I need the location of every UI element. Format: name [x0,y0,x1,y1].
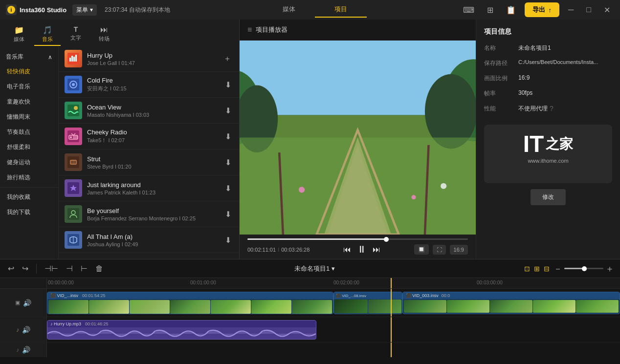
sidebar-item-downloads[interactable]: 我的下载 [0,205,58,220]
svg-rect-3 [69,58,71,62]
sidebar-item-tongqu[interactable]: 童趣欢快 [0,94,58,109]
tab-music-lib[interactable]: 🎵 音乐 [34,23,61,46]
tab-text-lib[interactable]: T 文字 [63,23,89,46]
timeline-mode-2-button[interactable]: ⊞ [534,265,540,273]
tab-transition-lib[interactable]: ⏭ 转场 [91,23,117,46]
sidebar-item-jiezou[interactable]: 节奏鼓点 [0,125,58,140]
volume-icon-video[interactable]: 🔊 [23,299,31,307]
delete-button[interactable]: 🗑 [93,262,105,275]
music-item-2[interactable]: Cold Fire 安田寿之 I 02:15 ⬇ [59,72,239,98]
download-music-7-button[interactable]: ⬇ [223,208,233,221]
main-tabs: 媒体 项目 [176,2,453,18]
music-item-8[interactable]: All That I Am (a) Joshua Ayling I 02:49 … [59,227,239,253]
zoom-slider[interactable] [564,268,603,269]
video-clip-2[interactable]: ⬛ VID_...08.insv [333,292,402,314]
player-menu-icon: ≡ [247,25,252,34]
music-info-2: Cold Fire 安田寿之 I 02:15 [87,77,218,92]
audio-waveform [47,327,316,339]
zoom-out-button[interactable]: － [554,263,562,275]
keyboard-icon-btn[interactable]: ⌨ [459,3,478,17]
zoom-fill [564,268,584,269]
music-item-1[interactable]: Hurry Up Jose Le Gall I 01:47 ＋ [59,46,239,72]
ruler-track: 00:00:00:00 00:01:00:00 00:02:00:00 00:0… [47,278,620,288]
undo-button[interactable]: ↩ [6,262,16,275]
music-name-2: Cold Fire [87,77,218,84]
clip-1-thumbnails [47,299,333,315]
audio-clip-header: ♪ Hurry Up.mp3 00:01:46:25 [47,321,316,327]
app-name: Insta360 Studio [20,6,66,14]
sidebar-item-favorites[interactable]: 我的收藏 [0,190,58,205]
music-item-4[interactable]: Cheeky Radio Take5！ I 02:07 ⬇ [59,124,239,150]
project-name-button[interactable]: 未命名项目1 ▾ [294,264,335,273]
video-clip-3[interactable]: ⬛ VID_003.insv 00:0 [402,292,620,314]
info-label-perf: 性能 [484,105,518,113]
ruler-mark-2: 00:02:00:00 [333,280,359,285]
minimize-button[interactable]: ─ [564,3,577,16]
download-music-3-button[interactable]: ⬇ [223,104,233,117]
sidebar-item-dianzi[interactable]: 电子音乐 [0,79,58,94]
menu-button[interactable]: 菜单 ▾ [72,4,97,16]
add-music-1-button[interactable]: ＋ [221,52,233,66]
music-item-5[interactable]: Strut Steve Byrd I 01:20 ⬇ [59,150,239,175]
music-item-3[interactable]: Ocean View Masato Nishiyama I 03:03 ⬇ [59,98,239,124]
volume-icon-empty[interactable]: 🔊 [22,346,30,354]
download-music-5-button[interactable]: ⬇ [223,156,233,169]
timeline-area: ↩ ↪ ⊣⊢ ⊣ ⊢ 🗑 未命名项目1 ▾ ⊡ ⊞ ⊟ － ＋ [0,259,620,364]
clipboard-icon-btn[interactable]: 📋 [502,3,520,17]
svg-rect-4 [71,56,73,62]
app-logo: i Insta360 Studio [6,4,66,15]
music-item-6[interactable]: Just larking around James Patrick Kaleth… [59,175,239,201]
sidebar-item-lvxing[interactable]: 旅行精选 [0,170,58,185]
volume-icon-audio[interactable]: 🔊 [22,326,30,334]
download-music-4-button[interactable]: ⬇ [223,130,233,143]
info-row-perf: 性能 不使用代理 ? [484,105,612,113]
tab-media-lib[interactable]: 📁 媒体 [6,23,32,46]
info-label-fps: 帧率 [484,89,518,98]
svg-point-11 [74,106,78,110]
progress-bar[interactable] [247,238,468,240]
layout-icon-btn[interactable]: ⊞ [483,3,497,17]
sidebar-item-lanlan[interactable]: 慵懒周末 [0,109,58,125]
aspect-ratio-button[interactable]: 16:9 [450,245,468,255]
empty-track-label: ♪ 🔊 [0,343,47,357]
tab-media[interactable]: 媒体 [263,2,315,18]
svg-point-9 [72,83,75,86]
sidebar-item-qingkuai[interactable]: 轻快俏皮 [0,64,58,79]
help-icon[interactable]: ? [550,105,554,112]
redo-button[interactable]: ↪ [20,262,30,275]
download-music-6-button[interactable]: ⬇ [223,182,233,195]
download-music-2-button[interactable]: ⬇ [223,78,233,91]
video-clip-1[interactable]: ⬛ VID_...insv 00:01:54:25 [47,292,333,314]
modify-button[interactable]: 修改 [531,189,566,205]
tab-project[interactable]: 项目 [315,2,367,18]
autosave-status: 23:07:34 自动保存到本地 [105,6,170,14]
next-frame-button[interactable]: ⏭ [373,245,380,254]
sidebar-item-jianshen[interactable]: 健身运动 [0,155,58,170]
preview-mode-button[interactable]: 🔲 [414,244,429,255]
pause-button[interactable]: ⏸ [357,244,367,255]
titlebar: i Insta360 Studio 菜单 ▾ 23:07:34 自动保存到本地 … [0,0,620,20]
music-info-1: Hurry Up Jose Le Gall I 01:47 [87,52,217,66]
timeline-mode-1-button[interactable]: ⊡ [524,265,530,273]
prev-frame-button[interactable]: ⏮ [343,245,351,254]
music-name-3: Ocean View [87,104,218,111]
player-right-controls: 🔲 ⛶ 16:9 [414,244,468,255]
audio-clip-1[interactable]: ♪ Hurry Up.mp3 00:01:46:25 [47,320,316,340]
thumb-8 [65,231,82,249]
export-button[interactable]: 导出 ↑ [525,2,559,17]
sidebar-item-shuhuan[interactable]: 舒缓柔和 [0,140,58,155]
zoom-in-button[interactable]: ＋ [605,263,614,275]
fullscreen-button[interactable]: ⛶ [433,245,446,255]
music-info-7: Be yourself Borja Fernandez Serrano Mont… [87,207,218,221]
maximize-button[interactable]: □ [582,3,595,16]
music-item-7[interactable]: Be yourself Borja Fernandez Serrano Mont… [59,201,239,227]
split-button[interactable]: ⊣⊢ [43,262,60,275]
trim-left-button[interactable]: ⊣ [64,262,75,275]
close-button[interactable]: ✕ [600,3,614,17]
music-list: Hurry Up Jose Le Gall I 01:47 ＋ [59,46,239,259]
clip-3-header: ⬛ VID_003.insv 00:0 [403,292,620,299]
music-name-6: Just larking around [87,181,218,189]
trim-right-button[interactable]: ⊢ [79,262,89,275]
timeline-mode-3-button[interactable]: ⊟ [544,265,550,273]
download-music-8-button[interactable]: ⬇ [223,234,233,247]
